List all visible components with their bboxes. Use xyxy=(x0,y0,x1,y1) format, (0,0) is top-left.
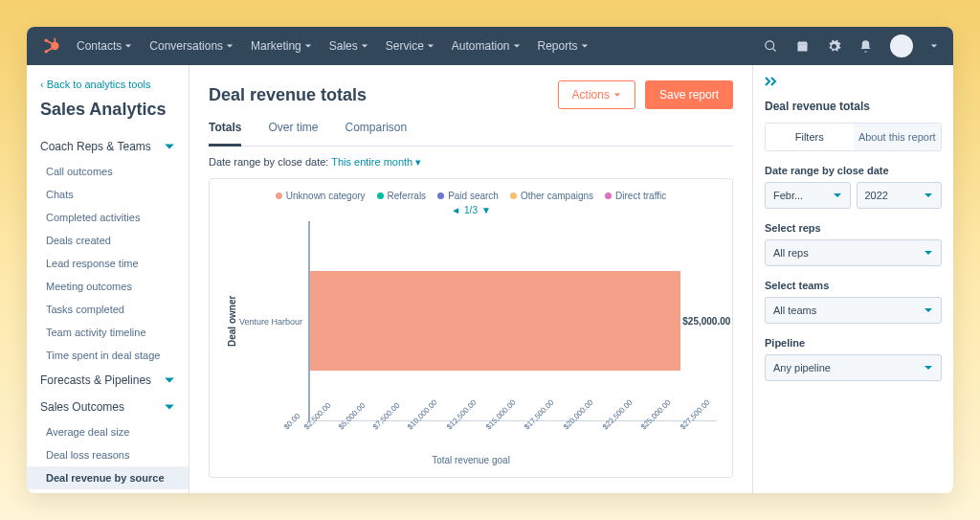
svg-point-6 xyxy=(766,40,774,49)
top-navbar: Contacts Conversations Marketing Sales S… xyxy=(27,27,953,65)
nav-sales[interactable]: Sales xyxy=(329,39,368,53)
marketplace-icon[interactable] xyxy=(795,39,810,54)
legend-item[interactable]: Paid search xyxy=(437,191,499,201)
sidebar-item[interactable]: Meeting outcomes xyxy=(27,275,189,298)
x-axis-ticks: $0.00$2,500.00$5,000.00$7,500.00$10,000.… xyxy=(225,425,717,434)
svg-rect-8 xyxy=(798,44,808,51)
sidebar: ‹ Back to analytics tools Sales Analytic… xyxy=(27,65,189,493)
filter-select[interactable]: Febr... xyxy=(765,182,851,209)
sidebar-item[interactable]: Chats xyxy=(27,183,189,206)
plot-area: $25,000.00 xyxy=(308,221,717,421)
panel-tab-0[interactable]: Filters xyxy=(766,124,854,150)
main-header: Deal revenue totals Actions Save report xyxy=(209,80,733,109)
app-body: ‹ Back to analytics tools Sales Analytic… xyxy=(27,65,953,493)
date-range-value[interactable]: This entire month ▾ xyxy=(331,156,421,168)
legend-pager[interactable]: ◄ 1/3 ▼ xyxy=(225,205,717,215)
sidebar-section-1[interactable]: Forecasts & Pipelines xyxy=(27,367,189,394)
legend-item[interactable]: Referrals xyxy=(377,191,427,201)
svg-line-5 xyxy=(46,48,54,52)
main-content: Deal revenue totals Actions Save report … xyxy=(189,65,752,493)
search-icon[interactable] xyxy=(764,39,778,54)
nav-conversations[interactable]: Conversations xyxy=(149,39,234,53)
sidebar-section-2[interactable]: Sales Outcomes xyxy=(27,394,189,420)
sidebar-item[interactable]: Time spent in deal stage xyxy=(27,344,189,367)
sidebar-item[interactable]: Average deal size xyxy=(27,420,189,443)
nav-reports[interactable]: Reports xyxy=(538,39,589,53)
filter-label: Select teams xyxy=(765,280,942,291)
panel-tab-1[interactable]: About this report xyxy=(854,124,942,150)
sidebar-item[interactable]: Deal revenue by source xyxy=(27,466,189,489)
filter-select[interactable]: 2022 xyxy=(857,182,943,209)
panel-tabs: FiltersAbout this report xyxy=(765,123,942,151)
bell-icon[interactable] xyxy=(858,39,873,54)
tab-over-time[interactable]: Over time xyxy=(268,121,318,146)
svg-rect-3 xyxy=(55,38,56,43)
legend-item[interactable]: Unknown category xyxy=(276,191,366,201)
tab-comparison[interactable]: Comparison xyxy=(345,121,407,146)
date-range-filter: Date range by close date: This entire mo… xyxy=(209,156,733,169)
chart-plot: Deal owner Venture Harbour $25,000.00 xyxy=(225,221,717,421)
filter-select[interactable]: All reps xyxy=(765,239,942,266)
back-link-label: Back to analytics tools xyxy=(47,79,151,90)
report-tabs: TotalsOver timeComparison xyxy=(209,121,733,147)
back-link[interactable]: ‹ Back to analytics tools xyxy=(27,79,189,100)
chart-legend: Unknown categoryReferralsPaid searchOthe… xyxy=(225,191,717,201)
hubspot-logo-icon xyxy=(42,36,61,56)
bar-unknown-category[interactable] xyxy=(310,271,680,371)
filter-select[interactable]: All teams xyxy=(765,297,942,324)
report-title: Deal revenue totals xyxy=(209,85,367,105)
y-axis-label: Deal owner xyxy=(225,221,239,421)
save-report-button[interactable]: Save report xyxy=(645,80,733,109)
chevron-down-icon[interactable] xyxy=(930,42,938,50)
topbar-actions xyxy=(764,34,938,57)
tab-totals[interactable]: Totals xyxy=(209,121,241,147)
sidebar-item[interactable]: Deals created xyxy=(27,229,189,252)
filter-label: Select reps xyxy=(765,222,942,234)
y-axis-ticks: Venture Harbour xyxy=(239,221,308,421)
x-axis-label: Total revenue goal xyxy=(225,455,717,465)
legend-item[interactable]: Other campaigns xyxy=(510,191,593,201)
svg-line-4 xyxy=(46,40,54,44)
chart-container: Unknown categoryReferralsPaid searchOthe… xyxy=(209,178,733,478)
filter-select[interactable]: Any pipeline xyxy=(765,354,942,381)
panel-title: Deal revenue totals xyxy=(765,100,942,113)
filter-panel: Deal revenue totals FiltersAbout this re… xyxy=(752,65,953,493)
actions-button[interactable]: Actions xyxy=(558,80,635,109)
sidebar-item[interactable]: Completed activities xyxy=(27,206,189,229)
filter-label: Date range by close date xyxy=(765,165,942,176)
gear-icon[interactable] xyxy=(827,39,841,54)
sidebar-item[interactable]: Lead response time xyxy=(27,252,189,275)
sidebar-item[interactable]: Call outcomes xyxy=(27,160,189,183)
sidebar-title: Sales Analytics xyxy=(27,100,189,133)
sidebar-item[interactable]: Tasks completed xyxy=(27,298,189,321)
nav-automation[interactable]: Automation xyxy=(452,39,521,53)
app-window: Contacts Conversations Marketing Sales S… xyxy=(27,27,953,493)
avatar[interactable] xyxy=(890,34,913,57)
nav-marketing[interactable]: Marketing xyxy=(251,39,312,53)
sidebar-item[interactable]: Team activity timeline xyxy=(27,321,189,344)
collapse-panel-icon[interactable] xyxy=(765,77,942,88)
sidebar-item[interactable]: Deal velocity xyxy=(27,489,189,493)
nav-service[interactable]: Service xyxy=(386,39,434,53)
top-nav-menu: Contacts Conversations Marketing Sales S… xyxy=(77,39,589,53)
filter-label: Pipeline xyxy=(765,337,942,349)
sidebar-item[interactable]: Deal loss reasons xyxy=(27,443,189,466)
bar-value-label: $25,000.00 xyxy=(682,316,730,327)
sidebar-section-0[interactable]: Coach Reps & Teams xyxy=(27,133,189,160)
nav-contacts[interactable]: Contacts xyxy=(77,39,132,53)
legend-item[interactable]: Direct traffic xyxy=(605,191,666,201)
svg-line-7 xyxy=(772,48,775,51)
